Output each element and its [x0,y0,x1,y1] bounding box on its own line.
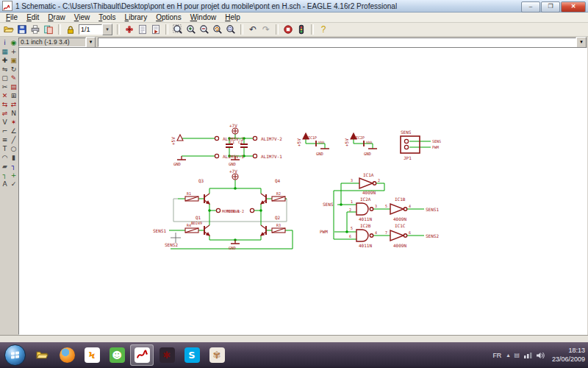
show-hidden-icons[interactable]: ▴ [506,352,509,358]
label-ic1b: IC1B [395,197,406,202]
tool-polygon[interactable]: ▰ [1,163,9,171]
stop-icon[interactable] [282,24,294,35]
minimize-button[interactable]: – [521,1,540,13]
label-gnd-4: GND [364,152,371,156]
tool-group[interactable]: ▢ [1,74,9,82]
command-history-dropdown-icon[interactable]: ▾ [576,37,587,48]
coordinate-dropdown-icon[interactable]: ▾ [86,37,96,48]
menu-item-edit[interactable]: Edit [22,13,43,22]
command-input[interactable] [98,38,576,47]
tool-gateswap[interactable]: ⇄ [10,101,18,109]
cam-processor-icon[interactable] [43,24,54,35]
label-p5v: +5V [171,137,176,145]
label-r3: R3 [276,223,281,227]
tool-junction[interactable]: + [10,171,18,180]
zoom-redraw-icon[interactable] [212,24,223,35]
tool-move[interactable]: ✚ [1,57,9,65]
gimp-app[interactable]: ✾ [205,344,229,366]
tool-text[interactable]: T [1,145,9,153]
tool-display[interactable]: ▦ [1,48,9,56]
tool-name[interactable]: N [10,110,18,118]
help-icon[interactable]: ? [318,24,329,35]
tool-smash[interactable]: ✶ [10,118,18,127]
maximize-button[interactable]: ❐ [541,1,560,13]
tool-wire[interactable]: ╱ [10,136,18,144]
messenger-app[interactable]: ☻ [105,344,129,366]
tool-delete[interactable]: ✕ [1,92,9,100]
label-ic2p: IC2P [356,135,365,140]
tool-net[interactable]: ┐ [1,171,9,180]
firefox-app[interactable] [55,344,79,366]
tool-invoke[interactable]: ≡ [1,136,9,144]
schematic-canvas[interactable]: +5V ALIM5V-2 ALIM5V-1 GND +7V C1 C2 ALIM… [18,47,587,335]
tool-erc[interactable]: ✓ [10,180,18,188]
zoom-select-icon[interactable] [225,24,237,35]
tool-label[interactable]: A [1,180,9,188]
menu-item-help[interactable]: Help [220,13,245,22]
undo-icon[interactable]: ↶ [247,24,259,35]
winamp-app[interactable]: Ϟ [80,344,104,366]
label-4009n-a: 4009N [362,190,376,195]
label-r1: R1 [187,191,191,196]
tool-change[interactable]: ✎ [10,74,18,82]
menu-item-options[interactable]: Options [151,13,185,22]
eagle-app[interactable] [130,344,154,366]
eagle-control-panel-app[interactable]: ✱ [155,344,179,366]
tool-show[interactable]: ◉ [10,39,18,47]
language-indicator[interactable]: FR [492,352,501,359]
tool-rotate[interactable]: ↻ [10,66,18,74]
print-icon[interactable] [29,24,41,35]
taskbar-clock[interactable]: 18:13 23/06/2009 [552,347,585,364]
redo-icon[interactable]: ↷ [260,24,272,35]
tool-replace[interactable]: ⇌ [1,110,9,118]
menu-item-tools[interactable]: Tools [94,13,120,22]
open-icon[interactable] [3,24,15,35]
net-wires[interactable] [169,134,431,249]
zoom-out-icon[interactable] [198,24,210,35]
tool-split[interactable]: ∠ [10,127,18,135]
sheet-selector[interactable]: 1/1▾ [79,24,112,35]
tool-copy[interactable]: ▣ [10,57,18,65]
menu-item-library[interactable]: Library [121,13,152,22]
tool-circle[interactable]: ○ [10,145,18,153]
lock-icon[interactable] [65,24,76,35]
title-bar[interactable]: 1 Schematic - C:\Users\Thibault\Desktop\… [0,0,588,13]
tool-pinswap[interactable]: ⇆ [1,101,9,109]
zoom-fit-icon[interactable] [172,24,184,35]
tool-value[interactable]: V [1,118,9,127]
run-icon[interactable] [150,24,162,35]
label-ic1c: IC1C [395,223,406,228]
tool-miter[interactable]: ⌐ [1,127,9,135]
save-icon[interactable] [16,24,28,35]
svg-text:4: 4 [409,204,411,208]
menu-item-view[interactable]: View [70,13,95,22]
zoom-in-icon[interactable] [185,24,197,35]
display-tray-icon[interactable]: ▤ [514,352,520,358]
tool-cut[interactable]: ✂ [1,83,9,91]
menu-item-file[interactable]: File [1,13,22,22]
svg-text:6: 6 [409,230,411,235]
tool-info[interactable]: i [1,39,9,47]
tool-arc[interactable]: ◠ [1,154,9,162]
tool-rect[interactable]: ▮ [10,154,18,162]
network-icon[interactable] [524,352,532,358]
tool-add[interactable]: ⊞ [10,92,18,100]
sheet-dropdown-icon[interactable]: ▾ [102,24,112,35]
start-button[interactable] [4,344,26,366]
desktop: 1 Schematic - C:\Users\Thibault\Desktop\… [0,0,588,368]
tool-bus[interactable]: ┐ [10,163,18,171]
volume-icon[interactable] [537,352,545,359]
menu-item-draw[interactable]: Draw [43,13,69,22]
tool-mirror[interactable]: ⇋ [1,66,9,74]
menu-item-window[interactable]: Window [186,13,221,22]
tool-mark[interactable]: + [10,48,18,56]
tool-paste[interactable]: ▤ [10,83,18,91]
skype-app[interactable]: S [180,344,204,366]
traffic-light-icon[interactable] [295,24,307,35]
toolbar-separator [240,24,243,35]
label-alim7v-1: ALIM7V-1 [261,154,282,159]
explorer-app[interactable] [30,344,54,366]
script-icon[interactable] [137,24,148,35]
close-button[interactable]: ✕ [561,1,586,13]
use-library-icon[interactable] [123,24,135,35]
